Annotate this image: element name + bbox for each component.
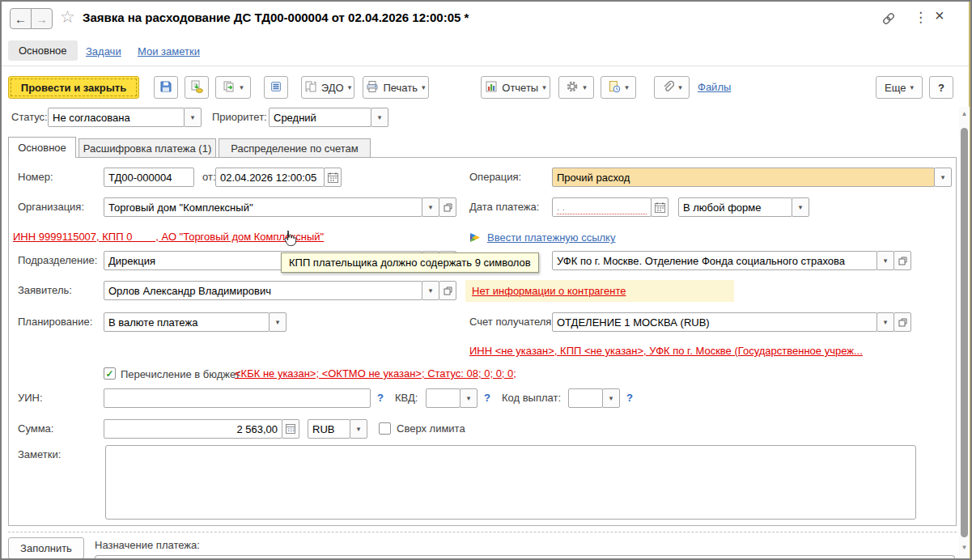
notes-textarea[interactable] — [105, 445, 916, 520]
kvd-dropdown-button[interactable]: ▾ — [460, 388, 478, 408]
recipient-account-dropdown-button[interactable]: ▾ — [876, 312, 894, 332]
over-limit-label: Сверх лимита — [397, 419, 465, 439]
files-link[interactable]: Файлы — [698, 81, 731, 93]
applicant-select[interactable]: Орлов Александр Владимирович ▾ — [104, 281, 456, 300]
forward-button[interactable]: → — [31, 8, 53, 29]
payment-form-select[interactable]: В любой форме ▾ — [678, 197, 809, 217]
save-icon — [159, 80, 172, 95]
calendar-icon[interactable] — [651, 197, 669, 217]
kvd-help-icon[interactable]: ? — [484, 388, 490, 408]
fill-button[interactable]: Заполнить — [8, 537, 84, 559]
tab-main[interactable]: Основное — [8, 137, 76, 158]
nav-link-tasks[interactable]: Задачи — [86, 45, 121, 57]
printer-icon — [366, 80, 379, 95]
priority-select[interactable]: Средний ▾ — [269, 108, 388, 127]
create-based-on-button[interactable]: ▾ — [215, 76, 251, 99]
reports-button[interactable]: Отчеты▾ — [481, 76, 550, 99]
settings-gear-button[interactable]: ▾ — [558, 76, 594, 99]
recipient-open-button[interactable] — [893, 251, 911, 270]
back-button[interactable]: ← — [10, 8, 32, 29]
sbp-icon — [469, 231, 482, 247]
kvd-select[interactable]: ▾ — [426, 388, 478, 408]
organization-select[interactable]: Торговый дом "Комплексный" ▾ — [104, 197, 456, 217]
planning-dropdown-button[interactable]: ▾ — [269, 312, 287, 332]
priority-dropdown-button[interactable]: ▾ — [371, 108, 388, 127]
get-link-icon[interactable] — [881, 11, 897, 30]
budget-transfer-checkbox[interactable]: ✓ — [104, 367, 116, 380]
save-button[interactable] — [154, 76, 178, 99]
payout-code-select[interactable]: ▾ — [568, 388, 620, 408]
register-records-button[interactable] — [264, 76, 288, 99]
budget-details-warning-link[interactable]: <КБК не указан>; <ОКТМО не указан>; Стат… — [235, 367, 516, 380]
recipient-account-warning-link[interactable]: ИНН <не указан>, КПП <не указан>, УФК по… — [469, 345, 863, 357]
payout-code-dropdown-button[interactable]: ▾ — [602, 388, 620, 408]
org-inn-warning-link[interactable]: ИНН 9999115007, КПП 0 , АО "Торговый дом… — [13, 231, 324, 243]
currency-dropdown-button[interactable]: ▾ — [350, 419, 367, 439]
operation-dropdown-button[interactable]: ▾ — [934, 168, 952, 187]
dropdown-arrow-icon: ▾ — [910, 84, 914, 91]
document-history-button[interactable]: ▾ — [601, 76, 636, 99]
hand-cursor — [282, 230, 297, 250]
payment-date-field[interactable]: . . — [552, 197, 669, 217]
planning-label: Планирование: — [18, 312, 92, 332]
uin-help-icon[interactable]: ? — [377, 388, 384, 408]
applicant-dropdown-button[interactable]: ▾ — [422, 281, 439, 300]
organization-dropdown-button[interactable]: ▾ — [422, 197, 439, 217]
close-button[interactable]: × — [935, 6, 944, 25]
calendar-icon[interactable] — [324, 168, 342, 187]
planning-select[interactable]: В валюте платежа ▾ — [104, 312, 287, 332]
recipient-dropdown-button[interactable]: ▾ — [876, 251, 894, 270]
number-field[interactable]: ТД00-000004 — [104, 168, 194, 187]
payment-form-dropdown-button[interactable]: ▾ — [792, 197, 809, 217]
post-document-icon — [190, 80, 203, 95]
post-and-close-button[interactable]: Провести и закрыть — [8, 76, 139, 99]
edo-exchange-icon — [304, 80, 317, 95]
payout-code-help-icon[interactable]: ? — [626, 388, 633, 408]
dropdown-arrow-icon: ▾ — [678, 84, 682, 91]
kvd-label: КВД: — [395, 388, 418, 408]
edo-button[interactable]: ЭДО▾ — [301, 76, 354, 99]
calculator-icon[interactable] — [282, 419, 299, 439]
document-clock-icon — [608, 80, 621, 95]
dropdown-arrow-icon: ▾ — [625, 84, 629, 91]
tab-account-allocation[interactable]: Распределение по счетам — [219, 138, 371, 158]
scroll-down-icon[interactable]: ▼ — [959, 544, 970, 551]
status-dropdown-button[interactable]: ▾ — [184, 108, 202, 127]
organization-open-button[interactable] — [439, 197, 456, 217]
recipient-account-select[interactable]: ОТДЕЛЕНИЕ 1 МОСКВА (RUB) ▾ — [552, 312, 911, 332]
attachments-button[interactable]: ▾ — [654, 76, 690, 99]
vertical-scrollbar[interactable]: ▲ ▼ — [959, 107, 970, 558]
scroll-up-icon[interactable]: ▲ — [959, 110, 970, 117]
no-counterparty-warning-link[interactable]: Нет информации о контрагенте — [472, 285, 626, 297]
nav-link-notes[interactable]: Мои заметки — [138, 45, 200, 57]
splitter[interactable] — [8, 532, 957, 532]
over-limit-checkbox[interactable] — [379, 422, 391, 435]
more-button[interactable]: Еще▾ — [876, 76, 923, 99]
currency-select[interactable]: RUB ▾ — [308, 419, 367, 439]
nav-tab-main[interactable]: Основное — [8, 40, 78, 61]
budget-transfer-label: Перечисление в бюджет — [121, 365, 240, 384]
kebab-menu-icon[interactable]: ⋮ — [914, 9, 927, 26]
applicant-open-button[interactable] — [439, 281, 456, 300]
status-select[interactable]: Не согласована ▾ — [48, 108, 202, 127]
print-button[interactable]: Печать▾ — [363, 76, 429, 99]
date-prefix-label: от: — [202, 168, 216, 187]
document-window: ← → ☆ Заявка на расходование ДС ТД00-000… — [0, 0, 972, 560]
tab-payment-details[interactable]: Расшифровка платежа (1) — [79, 138, 216, 158]
recipient-account-label: Счет получателя: — [469, 312, 554, 332]
post-button[interactable] — [185, 76, 209, 99]
amount-input[interactable]: 2 563,00 — [104, 419, 299, 439]
help-button[interactable]: ? — [929, 76, 953, 99]
uin-label: УИН: — [18, 388, 43, 408]
recipient-account-open-button[interactable] — [893, 312, 911, 332]
applicant-label: Заявитель: — [18, 281, 72, 300]
favorite-star-icon[interactable]: ☆ — [60, 7, 75, 27]
document-date-field[interactable]: 02.04.2026 12:00:05 — [215, 168, 342, 187]
payment-purpose-input[interactable] — [95, 555, 955, 560]
gear-icon — [566, 80, 579, 95]
scroll-thumb[interactable] — [961, 128, 968, 537]
operation-select[interactable]: Прочий расход ▾ — [552, 168, 952, 187]
enter-payment-link[interactable]: Ввести платежную ссылку — [487, 231, 615, 244]
recipient-select[interactable]: УФК по г. Москве. Отделение Фонда социал… — [552, 251, 911, 270]
uin-input[interactable] — [104, 388, 371, 408]
